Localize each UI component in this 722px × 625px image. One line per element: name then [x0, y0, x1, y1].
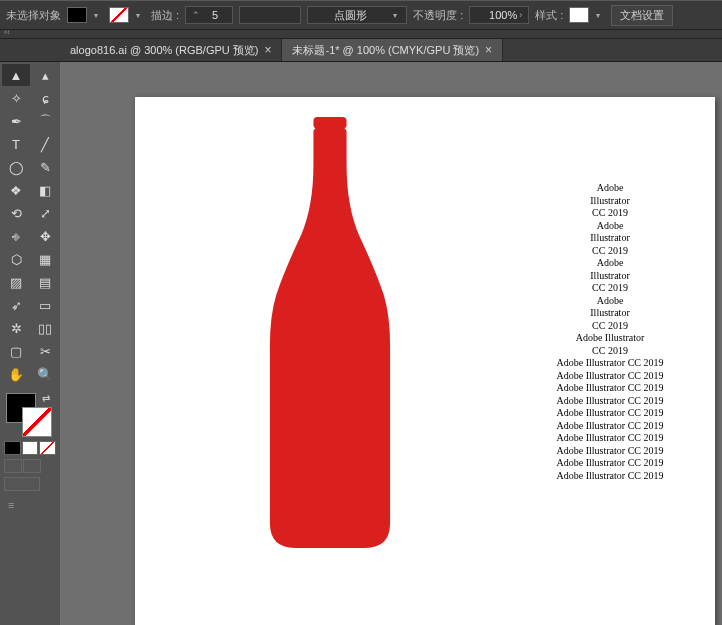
watermark-line: Adobe Illustrator CC 2019: [545, 395, 675, 408]
perspective-grid-tool[interactable]: ▦: [31, 248, 59, 270]
screen-mode-button[interactable]: [4, 477, 56, 491]
wine-bottle-shape[interactable]: [265, 115, 395, 550]
artboard-tool[interactable]: ▢: [2, 340, 30, 362]
eraser-tool[interactable]: ◧: [31, 179, 59, 201]
document-setup-button[interactable]: 文档设置: [611, 5, 673, 26]
tab-untitled-1[interactable]: 未标题-1* @ 100% (CMYK/GPU 预览) ×: [282, 39, 503, 61]
color-mode-row: [4, 441, 56, 455]
swap-fill-stroke-icon[interactable]: ⇄: [42, 393, 50, 404]
opacity-value: 100%: [474, 9, 517, 21]
stroke-color-icon[interactable]: [22, 407, 52, 437]
collapse-bar[interactable]: [0, 30, 722, 39]
shaper-tool[interactable]: ❖: [2, 179, 30, 201]
slice-tool[interactable]: ✂: [31, 340, 59, 362]
screen-mode-icon[interactable]: [4, 459, 22, 473]
chevron-down-icon: ▾: [89, 8, 103, 22]
stroke-label: 描边 :: [151, 8, 179, 23]
watermark-line: CC 2019: [545, 282, 675, 295]
mesh-tool[interactable]: ▨: [2, 271, 30, 293]
workspace: ▲▴✧ɕ✒⌒T╱◯✎❖◧⟲⤢⎆✥⬡▦▨▤➶▭✲▯▯▢✂✋🔍 ⇄ ≡: [0, 62, 722, 625]
bottle-svg-icon: [265, 115, 395, 550]
type-tool[interactable]: T: [2, 133, 30, 155]
watermark-line: Adobe Illustrator CC 2019: [545, 445, 675, 458]
stroke-weight-field[interactable]: [202, 8, 228, 22]
eyedropper-tool[interactable]: ➶: [2, 294, 30, 316]
watermark-line: CC 2019: [545, 207, 675, 220]
watermark-line: Adobe Illustrator: [545, 332, 675, 345]
selection-tool[interactable]: ▲: [2, 64, 30, 86]
chevron-down-icon: ▾: [591, 8, 605, 22]
tab-label: alogo816.ai @ 300% (RGB/GPU 预览): [70, 43, 258, 58]
stroke-swatch-icon: [109, 7, 129, 23]
zoom-tool[interactable]: 🔍: [31, 363, 59, 385]
watermark-line: Adobe Illustrator CC 2019: [545, 470, 675, 483]
chevron-down-icon: ▾: [388, 8, 402, 22]
watermark-line: Adobe: [545, 295, 675, 308]
screen-mode-toggle-icon: [4, 477, 40, 491]
color-mode-gradient-icon[interactable]: [22, 441, 39, 455]
pen-tool[interactable]: ✒: [2, 110, 30, 132]
symbol-sprayer-tool[interactable]: ✲: [2, 317, 30, 339]
tab-label: 未标题-1* @ 100% (CMYK/GPU 预览): [292, 43, 479, 58]
stroke-width-profile-combo[interactable]: [239, 6, 301, 24]
direct-selection-tool[interactable]: ▴: [31, 64, 59, 86]
tool-grid: ▲▴✧ɕ✒⌒T╱◯✎❖◧⟲⤢⎆✥⬡▦▨▤➶▭✲▯▯▢✂✋🔍: [0, 62, 60, 387]
line-segment-tool[interactable]: ╱: [31, 133, 59, 155]
watermark-line: Adobe: [545, 182, 675, 195]
lasso-tool[interactable]: ɕ: [31, 87, 59, 109]
width-tool[interactable]: ⎆: [2, 225, 30, 247]
paintbrush-tool[interactable]: ✎: [31, 156, 59, 178]
brush-profile-group[interactable]: 点圆形 ▾: [307, 6, 407, 24]
stroke-swatch-group[interactable]: ▾: [109, 7, 145, 23]
color-mode-solid-icon[interactable]: [4, 441, 21, 455]
watermark-line: Illustrator: [545, 270, 675, 283]
close-icon[interactable]: ×: [264, 44, 271, 56]
color-mode-none-icon[interactable]: [39, 441, 56, 455]
watermark-line: Illustrator: [545, 195, 675, 208]
stroke-weight-input[interactable]: ⌃: [185, 6, 233, 24]
fill-stroke-control[interactable]: ⇄: [6, 393, 52, 437]
artboard: AdobeIllustratorCC 2019AdobeIllustratorC…: [135, 97, 715, 625]
selection-state-label: 未选择对象: [6, 8, 61, 23]
watermark-line: Illustrator: [545, 307, 675, 320]
screen-mode-row: [4, 459, 56, 473]
brush-profile-field[interactable]: 点圆形 ▾: [307, 6, 407, 24]
watermark-line: Adobe Illustrator CC 2019: [545, 457, 675, 470]
shape-builder-tool[interactable]: ⬡: [2, 248, 30, 270]
chevron-updown-icon: ⌃: [190, 10, 202, 20]
control-bar: 未选择对象 ▾ ▾ 描边 : ⌃ 点圆形 ▾ 不透明度 : 100% › 样式 …: [0, 0, 722, 30]
tools-panel: ▲▴✧ɕ✒⌒T╱◯✎❖◧⟲⤢⎆✥⬡▦▨▤➶▭✲▯▯▢✂✋🔍 ⇄ ≡: [0, 62, 60, 625]
tab-alogo816[interactable]: alogo816.ai @ 300% (RGB/GPU 预览) ×: [60, 39, 282, 61]
watermark-line: CC 2019: [545, 320, 675, 333]
watermark-line: Adobe Illustrator CC 2019: [545, 407, 675, 420]
watermark-line: CC 2019: [545, 245, 675, 258]
graphic-style-combo[interactable]: ▾: [569, 7, 605, 23]
rotate-tool[interactable]: ⟲: [2, 202, 30, 224]
watermark-line: Adobe: [545, 220, 675, 233]
close-icon[interactable]: ×: [485, 44, 492, 56]
magic-wand-tool[interactable]: ✧: [2, 87, 30, 109]
watermark-line: CC 2019: [545, 345, 675, 358]
watermark-line: Adobe: [545, 257, 675, 270]
curvature-tool[interactable]: ⌒: [31, 110, 59, 132]
fill-swatch-group[interactable]: ▾: [67, 7, 103, 23]
chevron-down-icon: ▾: [131, 8, 145, 22]
scale-tool[interactable]: ⤢: [31, 202, 59, 224]
draw-mode-icon[interactable]: [23, 459, 41, 473]
bottle-path: [270, 117, 390, 548]
blend-tool[interactable]: ▭: [31, 294, 59, 316]
opacity-label: 不透明度 :: [413, 8, 463, 23]
ellipse-tool[interactable]: ◯: [2, 156, 30, 178]
free-transform-tool[interactable]: ✥: [31, 225, 59, 247]
canvas-area[interactable]: AdobeIllustratorCC 2019AdobeIllustratorC…: [60, 62, 722, 625]
style-label: 样式 :: [535, 8, 563, 23]
panel-drag-handle-icon[interactable]: ≡: [8, 499, 60, 511]
watermark-line: Adobe Illustrator CC 2019: [545, 420, 675, 433]
gradient-tool[interactable]: ▤: [31, 271, 59, 293]
column-graph-tool[interactable]: ▯▯: [31, 317, 59, 339]
watermark-line: Adobe Illustrator CC 2019: [545, 370, 675, 383]
opacity-input[interactable]: 100% ›: [469, 6, 529, 24]
style-swatch-icon: [569, 7, 589, 23]
hand-tool[interactable]: ✋: [2, 363, 30, 385]
watermark-line: Adobe Illustrator CC 2019: [545, 382, 675, 395]
